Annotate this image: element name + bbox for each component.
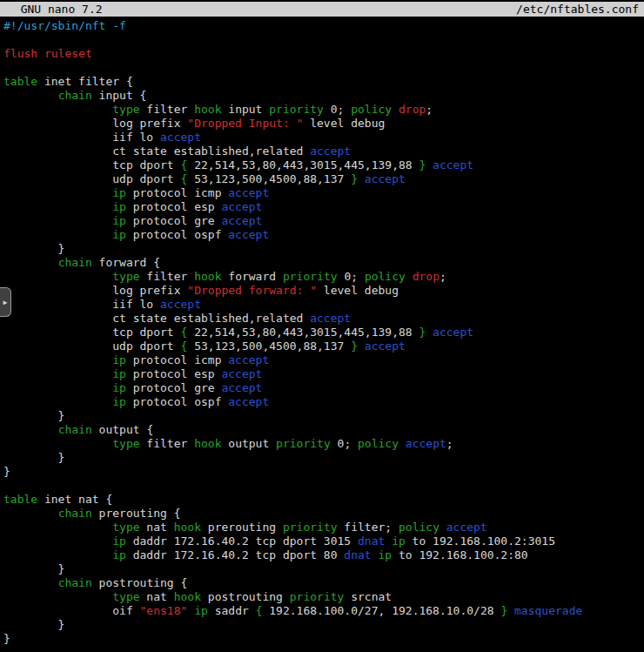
code-token: "Dropped forward: " (187, 284, 317, 297)
code-line: } (3, 451, 644, 465)
code-line: log prefix "Dropped Input: " level debug (3, 117, 644, 131)
terminal-window: GNU nano 7.2 /etc/nftables.conf #!/usr/s… (0, 2, 644, 646)
code-token (426, 158, 433, 171)
code-token: to 192.168.100.2:3015 (406, 534, 555, 548)
code-token: output { (92, 423, 153, 436)
code-token: priority (276, 437, 331, 450)
code-token: ip (112, 381, 126, 394)
code-line (3, 33, 644, 47)
code-token: filter (140, 270, 195, 283)
code-line (3, 61, 644, 75)
code-token: dnat (358, 534, 385, 548)
code-token: accept (446, 521, 487, 534)
code-line: ip daddr 172.16.40.2 tcp dport 80 dnat i… (3, 548, 644, 562)
code-token: oif (3, 604, 140, 617)
code-token: ip (112, 228, 126, 241)
code-token: accept (160, 298, 201, 311)
code-token (507, 604, 514, 617)
code-token: "Dropped Input: " (187, 117, 303, 130)
code-line: ip protocol esp accept (3, 367, 644, 381)
code-token: type (112, 521, 139, 534)
code-token: policy (351, 103, 392, 116)
code-token: log prefix (3, 284, 187, 297)
code-token (426, 326, 433, 339)
code-token: policy (358, 437, 399, 450)
code-token: nat (140, 590, 174, 603)
code-token: chain (58, 89, 92, 102)
code-token: level debug (303, 117, 385, 130)
code-token: type (112, 437, 139, 450)
code-token: hook (174, 521, 201, 534)
code-line: chain forward { (3, 256, 644, 270)
code-token: accept (160, 131, 201, 144)
code-token: accept (406, 437, 446, 450)
code-token (358, 172, 365, 185)
code-token: } (3, 465, 10, 478)
code-token: accept (228, 395, 269, 408)
code-token (3, 186, 112, 199)
code-token (3, 103, 112, 116)
code-token: accept (221, 200, 262, 213)
code-token: chain (58, 507, 92, 520)
code-token: ip (112, 200, 126, 213)
code-token: nat (140, 521, 174, 534)
code-token (3, 534, 112, 548)
code-token: inet nat { (37, 493, 112, 506)
code-line: } (3, 618, 644, 632)
code-token: 192.168.100.0/27, 192.168.10.0/28 (262, 604, 500, 617)
code-token: tcp dport (3, 158, 181, 171)
code-token: hook (194, 270, 221, 283)
code-token: ip (112, 534, 126, 548)
code-token: output (221, 437, 276, 450)
code-line: } (3, 632, 644, 646)
code-token: accept (310, 145, 351, 158)
code-token: ip (112, 548, 126, 561)
code-line: ip protocol icmp accept (3, 186, 644, 200)
code-token: protocol ospf (126, 228, 228, 241)
code-line: chain output { (3, 423, 644, 437)
code-token: ip (112, 367, 126, 380)
code-token: 22,514,53,80,443,3015,445,139,88 (187, 158, 419, 171)
code-token: } (3, 618, 64, 631)
code-line: oif "ens18" ip saddr { 192.168.100.0/27,… (3, 604, 644, 618)
code-token: ct state established,related (3, 145, 310, 158)
code-token: 53,123,500,4500,88,137 (187, 172, 351, 185)
code-token (3, 214, 112, 227)
code-token (3, 367, 112, 380)
code-token (3, 270, 112, 283)
code-token (3, 548, 112, 561)
code-token: accept (221, 367, 262, 380)
code-token: 0; (338, 270, 365, 283)
code-line: table inet filter { (3, 75, 644, 89)
code-line: } (3, 562, 644, 576)
code-token: saddr (208, 604, 256, 617)
code-token (187, 604, 194, 617)
code-token: prerouting { (92, 507, 181, 520)
code-token: protocol esp (126, 367, 222, 380)
code-token: filter (140, 103, 195, 116)
code-token: accept (365, 339, 406, 353)
code-token: hook (194, 103, 221, 116)
code-line: type filter hook forward priority 0; pol… (3, 270, 644, 284)
code-token: ip (112, 186, 126, 199)
code-token: protocol gre (126, 381, 222, 394)
code-line: } (3, 242, 644, 256)
code-line: ip protocol esp accept (3, 200, 644, 214)
code-line: udp dport { 53,123,500,4500,88,137 } acc… (3, 339, 644, 353)
code-token: input (221, 103, 269, 116)
code-token: #!/usr/sbin/nft -f (3, 19, 126, 32)
code-token: accept (228, 228, 269, 241)
code-token: 0; (331, 437, 358, 450)
code-token: drop (413, 270, 439, 283)
editor-content[interactable]: #!/usr/sbin/nft -f flush ruleset table i… (0, 17, 644, 646)
code-token: 22,514,53,80,443,3015,445,139,88 (187, 326, 419, 339)
code-token (439, 521, 446, 534)
code-line: ip protocol ospf accept (3, 395, 644, 409)
code-token: ; (426, 103, 433, 116)
code-token: policy (399, 521, 439, 534)
side-panel-toggle[interactable]: ▶ (0, 287, 11, 317)
code-token: hook (174, 590, 201, 603)
code-line: tcp dport { 22,514,53,80,443,3015,445,13… (3, 158, 644, 172)
code-token (3, 576, 58, 589)
code-token: filter (140, 437, 195, 450)
